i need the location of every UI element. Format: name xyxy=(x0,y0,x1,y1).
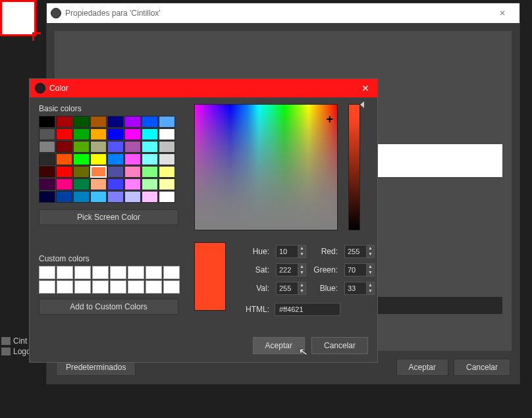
custom-swatch[interactable] xyxy=(74,280,91,294)
basic-swatch[interactable] xyxy=(56,116,72,128)
custom-swatch[interactable] xyxy=(74,266,91,279)
basic-swatch[interactable] xyxy=(39,116,55,128)
basic-swatch[interactable] xyxy=(124,116,141,128)
custom-swatch[interactable] xyxy=(128,280,144,294)
chevron-down-icon[interactable]: ▼ xyxy=(367,288,374,294)
close-icon[interactable]: ✕ xyxy=(359,83,372,93)
basic-swatch[interactable] xyxy=(159,128,175,140)
basic-swatch[interactable] xyxy=(159,153,175,165)
green-spinner[interactable]: ▲▼ xyxy=(344,263,375,276)
basic-swatch[interactable] xyxy=(107,178,124,190)
basic-swatch[interactable] xyxy=(56,166,72,178)
basic-swatch[interactable] xyxy=(159,178,175,190)
basic-swatch[interactable] xyxy=(90,141,107,153)
chevron-up-icon[interactable]: ▲ xyxy=(298,264,306,270)
basic-swatch[interactable] xyxy=(56,128,72,140)
basic-swatch[interactable] xyxy=(124,191,141,203)
basic-swatch[interactable] xyxy=(124,153,141,165)
chevron-down-icon[interactable]: ▼ xyxy=(298,270,306,276)
basic-swatch[interactable] xyxy=(124,166,141,178)
basic-swatch[interactable] xyxy=(39,191,55,203)
custom-swatch[interactable] xyxy=(57,280,73,294)
basic-swatch[interactable] xyxy=(39,141,55,153)
basic-swatch[interactable] xyxy=(107,116,124,128)
basic-swatch[interactable] xyxy=(142,141,158,153)
basic-swatch[interactable] xyxy=(107,166,124,178)
basic-swatch[interactable] xyxy=(142,191,158,203)
chevron-up-icon[interactable]: ▲ xyxy=(367,246,374,251)
custom-swatch[interactable] xyxy=(39,280,55,294)
value-slider[interactable] xyxy=(348,104,360,230)
red-input[interactable] xyxy=(344,245,367,258)
chevron-up-icon[interactable]: ▲ xyxy=(367,282,374,288)
chevron-up-icon[interactable]: ▲ xyxy=(367,264,374,270)
properties-titlebar[interactable]: Propiedades para 'Cintillox' ✕ xyxy=(47,3,519,23)
basic-swatch[interactable] xyxy=(142,178,158,190)
custom-swatch[interactable] xyxy=(110,280,126,294)
chevron-down-icon[interactable]: ▼ xyxy=(298,251,306,257)
chevron-up-icon[interactable]: ▲ xyxy=(298,246,306,251)
hue-spinner[interactable]: ▲▼ xyxy=(276,245,306,258)
blue-input[interactable] xyxy=(344,282,367,295)
basic-swatch[interactable] xyxy=(159,191,175,203)
basic-swatch[interactable] xyxy=(39,153,55,165)
basic-swatch[interactable] xyxy=(73,153,90,165)
basic-swatch[interactable] xyxy=(73,141,90,153)
basic-swatch[interactable] xyxy=(107,191,124,203)
custom-swatch[interactable] xyxy=(163,280,180,294)
basic-swatch[interactable] xyxy=(159,166,175,178)
add-to-custom-button[interactable]: Add to Custom Colors xyxy=(39,299,178,315)
basic-swatch[interactable] xyxy=(90,128,107,140)
chevron-up-icon[interactable]: ▲ xyxy=(298,282,306,288)
props-cancel-button[interactable]: Cancelar xyxy=(454,359,510,376)
chevron-down-icon[interactable]: ▼ xyxy=(298,288,306,294)
sat-spinner[interactable]: ▲▼ xyxy=(276,263,306,276)
color-ok-button[interactable]: Aceptar xyxy=(253,337,305,354)
basic-swatch[interactable] xyxy=(73,191,90,203)
basic-swatch[interactable] xyxy=(107,128,124,140)
custom-swatch[interactable] xyxy=(163,266,180,279)
basic-swatch[interactable] xyxy=(90,166,107,178)
basic-swatch[interactable] xyxy=(124,141,141,153)
basic-swatch[interactable] xyxy=(124,178,141,190)
basic-swatch[interactable] xyxy=(73,166,90,178)
basic-swatch[interactable] xyxy=(142,116,158,128)
val-input[interactable] xyxy=(276,282,298,295)
basic-swatch[interactable] xyxy=(39,178,55,190)
basic-swatch[interactable] xyxy=(56,191,72,203)
selection-handle[interactable] xyxy=(0,0,36,36)
basic-swatch[interactable] xyxy=(56,153,72,165)
basic-swatch[interactable] xyxy=(142,128,158,140)
basic-swatch[interactable] xyxy=(90,178,107,190)
blue-spinner[interactable]: ▲▼ xyxy=(344,282,375,295)
basic-swatch[interactable] xyxy=(56,141,72,153)
props-ok-button[interactable]: Aceptar xyxy=(396,359,448,376)
custom-swatch[interactable] xyxy=(128,266,144,279)
basic-swatch[interactable] xyxy=(107,153,124,165)
basic-swatch[interactable] xyxy=(56,178,72,190)
basic-swatch[interactable] xyxy=(142,166,158,178)
green-input[interactable] xyxy=(344,263,367,276)
custom-swatch[interactable] xyxy=(92,280,109,294)
chevron-down-icon[interactable]: ▼ xyxy=(367,251,374,257)
val-spinner[interactable]: ▲▼ xyxy=(276,282,306,295)
color-gradient[interactable]: + xyxy=(194,104,338,230)
pick-screen-color-button[interactable]: Pick Screen Color xyxy=(39,209,178,225)
chevron-down-icon[interactable]: ▼ xyxy=(367,270,374,276)
basic-swatch[interactable] xyxy=(73,116,90,128)
slider-handle-icon[interactable] xyxy=(360,101,364,108)
basic-swatch[interactable] xyxy=(159,116,175,128)
custom-swatch[interactable] xyxy=(39,266,55,279)
basic-swatch[interactable] xyxy=(39,166,55,178)
custom-swatch[interactable] xyxy=(57,266,73,279)
basic-swatch[interactable] xyxy=(90,191,107,203)
sat-input[interactable] xyxy=(276,263,298,276)
basic-swatch[interactable] xyxy=(90,116,107,128)
basic-swatch[interactable] xyxy=(159,141,175,153)
basic-swatch[interactable] xyxy=(124,128,141,140)
basic-swatch[interactable] xyxy=(107,141,124,153)
close-icon[interactable]: ✕ xyxy=(489,9,516,18)
color-dialog-titlebar[interactable]: Color ✕ xyxy=(30,79,377,97)
custom-swatch[interactable] xyxy=(92,266,109,279)
custom-swatch[interactable] xyxy=(110,266,126,279)
